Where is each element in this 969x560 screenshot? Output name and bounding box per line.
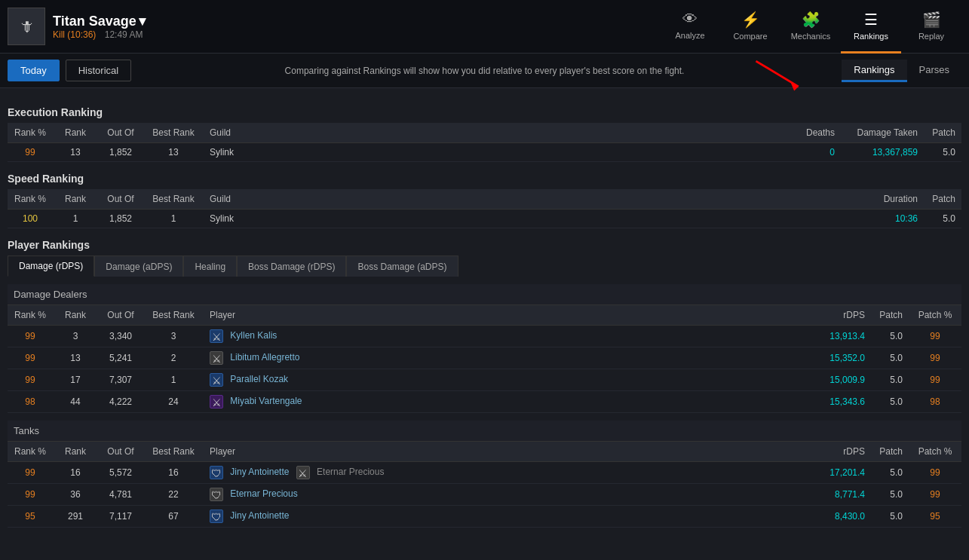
tank-col-outof: Out Of [98, 442, 143, 462]
dd-row-4: 98 44 4,222 24 ⚔ Miyabi Vartengale 15,34… [8, 391, 961, 413]
dd-4-icon: ⚔ [210, 395, 223, 409]
speed-duration: 10:36 [863, 210, 924, 228]
dd-4-best: 24 [143, 391, 204, 413]
tank-2-outof: 4,781 [98, 484, 143, 506]
tank-1-patch-pct: 99 [909, 462, 961, 484]
char-dropdown-arrow[interactable]: ▾ [139, 14, 146, 29]
dd-1-outof: 3,340 [98, 326, 143, 347]
tank-col-patch: Patch [871, 442, 909, 462]
col-rank-2: Rank [53, 189, 98, 210]
nav-analyze-label: Analyze [675, 31, 704, 40]
col-best-2: Best Rank [143, 189, 204, 210]
speed-ranking-header: Rank % Rank Out Of Best Rank Guild Durat… [8, 189, 961, 210]
nav-analyze[interactable]: 👁 Analyze [660, 0, 720, 54]
dd-2-player-link[interactable]: Libitum Allegretto [230, 352, 299, 363]
nav-mechanics[interactable]: 🧩 Mechanics [780, 0, 841, 54]
tank-col-patch-pct: Patch % [909, 442, 961, 462]
dd-4-player: ⚔ Miyabi Vartengale [204, 391, 811, 413]
col-patch-2: Patch [924, 189, 961, 210]
tanks-header: Rank % Rank Out Of Best Rank Player rDPS… [8, 442, 961, 462]
dd-row-2: 99 13 5,241 2 ⚔ Libitum Allegretto 15,35… [8, 347, 961, 369]
tank-3-icon: 🛡 [210, 510, 223, 523]
nav-replay-label: Replay [918, 32, 944, 41]
replay-icon: 🎬 [922, 11, 941, 29]
dd-3-rdps: 15,009.9 [811, 369, 871, 391]
dd-col-outof: Out Of [98, 305, 143, 326]
dd-col-rank: Rank [53, 305, 98, 326]
dd-4-player-link[interactable]: Miyabi Vartengale [230, 396, 302, 406]
player-tab-adps[interactable]: Damage (aDPS) [94, 256, 183, 277]
char-event: Kill (10:36) [53, 29, 96, 40]
tank-col-player: Player [204, 442, 811, 462]
player-ranking-tabs: Damage (rDPS) Damage (aDPS) Healing Boss… [8, 256, 961, 277]
player-tab-healing[interactable]: Healing [183, 256, 237, 277]
dd-3-icon: ⚔ [210, 373, 223, 387]
damage-dealers-section: Damage Dealers Rank % Rank Out Of Best R… [8, 284, 961, 413]
player-tab-rdps[interactable]: Damage (rDPS) [8, 256, 94, 277]
right-tab-parses[interactable]: Parses [907, 60, 961, 82]
dd-3-player-link[interactable]: Parallel Kozak [230, 374, 288, 384]
tank-1-rank-pct: 99 [8, 462, 53, 484]
tank-1-player-link[interactable]: Jiny Antoinette [230, 467, 289, 477]
dd-3-rank: 17 [53, 369, 98, 391]
dd-1-player-link[interactable]: Kyllen Kalis [230, 330, 277, 341]
nav-compare[interactable]: ⚡ Compare [720, 0, 780, 54]
col-patch-1: Patch [924, 123, 961, 143]
dd-3-best: 1 [143, 369, 204, 391]
char-sub: Kill (10:36) 12:49 AM [53, 29, 146, 40]
tank-1-outof: 5,572 [98, 462, 143, 484]
right-tabs: Rankings Parses [842, 60, 961, 82]
speed-ranking-title: Speed Ranking [8, 173, 961, 185]
dd-col-patch-pct: Patch % [909, 305, 961, 326]
player-tab-boss-rdps[interactable]: Boss Damage (rDPS) [237, 256, 346, 277]
nav-rankings[interactable]: ☰ Rankings [841, 0, 901, 54]
col-rank-pct-2: Rank % [8, 189, 53, 210]
tank-1-player: 🛡 Jiny Antoinette ⚔ Eternar Precious [204, 462, 811, 484]
dd-2-player: ⚔ Libitum Allegretto [204, 347, 811, 369]
damage-dealers-title: Damage Dealers [8, 284, 961, 305]
execution-ranking-table: Rank % Rank Out Of Best Rank Guild Death… [8, 123, 961, 162]
tank-1-patch: 5.0 [871, 462, 909, 484]
dd-4-rdps: 15,343.6 [811, 391, 871, 413]
nav-replay[interactable]: 🎬 Replay [901, 0, 961, 54]
tanks-section: Tanks Rank % Rank Out Of Best Rank Playe… [8, 421, 961, 528]
dd-row-1: 99 3 3,340 3 ⚔ Kyllen Kalis 13,913.4 5.0… [8, 326, 961, 347]
analyze-icon: 👁 [682, 11, 698, 28]
dd-4-rank: 44 [53, 391, 98, 413]
tank-3-patch-pct: 95 [909, 506, 961, 528]
tank-3-patch: 5.0 [871, 506, 909, 528]
dd-col-best: Best Rank [143, 305, 204, 326]
exec-rank-pct: 99 [8, 143, 53, 162]
speed-ranking-table: Rank % Rank Out Of Best Rank Guild Durat… [8, 189, 961, 228]
dd-1-patch-pct: 99 [909, 326, 961, 347]
compare-text: Comparing against Rankings will show how… [285, 66, 685, 76]
tank-1-rdps: 17,201.4 [811, 462, 871, 484]
dd-1-best: 3 [143, 326, 204, 347]
tank-2-rank-pct: 99 [8, 484, 53, 506]
exec-deaths: 0 [788, 143, 841, 162]
exec-rank: 13 [53, 143, 98, 162]
dd-1-rank: 3 [53, 326, 98, 347]
player-rankings-title: Player Rankings [8, 239, 961, 251]
dd-2-patch: 5.0 [871, 347, 909, 369]
tank-2-player-link[interactable]: Eternar Precious [230, 488, 297, 499]
tank-2-rank: 36 [53, 484, 98, 506]
tank-2-patch-pct: 99 [909, 484, 961, 506]
dd-4-outof: 4,222 [98, 391, 143, 413]
tank-3-outof: 7,117 [98, 506, 143, 528]
dd-2-patch-pct: 99 [909, 347, 961, 369]
mechanics-icon: 🧩 [802, 11, 820, 29]
tank-1-rank: 16 [53, 462, 98, 484]
nav-rankings-label: Rankings [854, 32, 888, 41]
dd-row-3: 99 17 7,307 1 ⚔ Parallel Kozak 15,009.9 … [8, 369, 961, 391]
tab-today[interactable]: Today [8, 60, 60, 81]
tank-col-rank: Rank [53, 442, 98, 462]
right-tab-rankings[interactable]: Rankings [842, 60, 906, 82]
tab-historical[interactable]: Historical [66, 60, 131, 81]
tank-3-player-link[interactable]: Jiny Antoinette [230, 510, 289, 521]
player-tab-boss-adps[interactable]: Boss Damage (aDPS) [346, 256, 458, 277]
tank-col-best: Best Rank [143, 442, 204, 462]
tank-3-rank-pct: 95 [8, 506, 53, 528]
nav-mechanics-label: Mechanics [791, 32, 831, 41]
exec-best: 13 [143, 143, 204, 162]
